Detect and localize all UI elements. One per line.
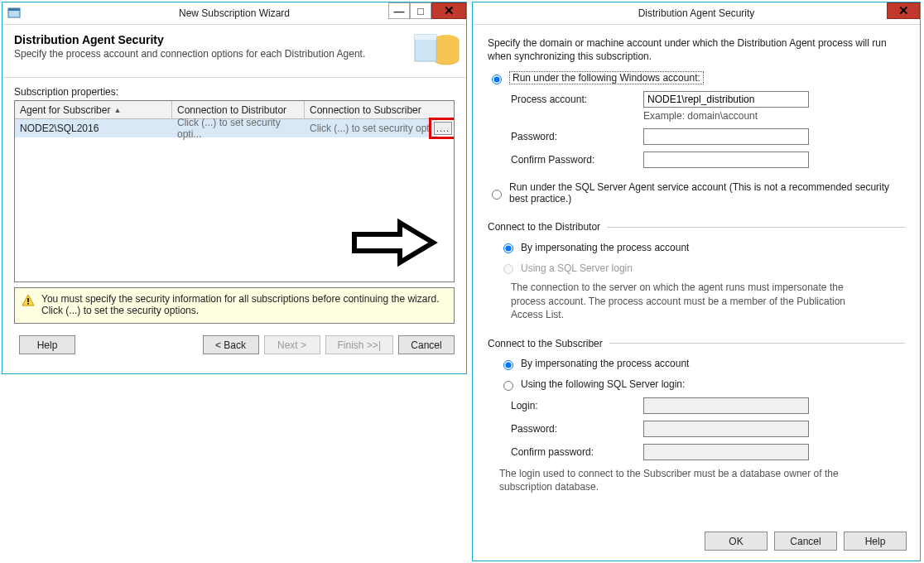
grid-row[interactable]: NODE2\SQL2016 Click (...) to set securit… <box>15 119 454 137</box>
dist-impersonate-label: By impersonating the process account <box>521 242 689 253</box>
svg-rect-6 <box>27 303 29 305</box>
sub-impersonate-radio[interactable] <box>503 360 513 370</box>
ok-button[interactable]: OK <box>705 532 768 551</box>
run-windows-radio[interactable] <box>492 75 502 84</box>
col-subscriber[interactable]: Connection to Subscriber <box>305 101 454 118</box>
cell-agent: NODE2\SQL2016 <box>15 120 172 137</box>
login-input <box>643 397 809 414</box>
run-sqlagent-radio[interactable] <box>492 190 502 200</box>
distributor-section-title: Connect to the Distributor <box>488 221 905 233</box>
wizard-header: Distribution Agent Security Specify the … <box>2 25 466 78</box>
new-subscription-wizard-window: New Subscription Wizard ― □ ✕ Distributi… <box>2 2 467 374</box>
ellipsis-button[interactable]: .... <box>434 122 452 135</box>
sub-sqllogin-radio[interactable] <box>503 381 513 391</box>
sort-asc-icon: ▲ <box>113 106 121 114</box>
header-subtitle: Specify the process account and connecti… <box>14 48 455 60</box>
col-agent[interactable]: Agent for Subscriber ▲ <box>15 101 172 118</box>
distribution-agent-security-dialog: Distribution Agent Security ✕ Specify th… <box>472 2 921 561</box>
database-icon <box>411 28 461 73</box>
dialog-footer: OK Cancel Help <box>705 532 907 551</box>
back-button[interactable]: < Back <box>203 335 259 354</box>
wizard-footer: Help < Back Next > Finish >>| Cancel <box>14 335 455 354</box>
close-button[interactable]: ✕ <box>887 2 920 19</box>
col-subscriber-text: Connection to Subscriber <box>310 104 421 116</box>
sub-sqllogin-label: Using the following SQL Server login: <box>521 378 685 390</box>
svg-rect-4 <box>415 35 436 40</box>
process-account-example: Example: domain\account <box>511 110 905 122</box>
password-input[interactable] <box>643 128 809 145</box>
arrow-annotation-icon <box>350 218 441 267</box>
warning-text: You must specify the security informatio… <box>41 293 447 318</box>
dist-impersonate-radio[interactable] <box>503 243 513 253</box>
confirm-password-input[interactable] <box>643 152 809 168</box>
sub-impersonate-label: By impersonating the process account <box>521 358 689 369</box>
next-button: Next > <box>264 335 320 354</box>
run-sqlagent-label: Run under the SQL Server Agent service a… <box>509 181 898 205</box>
dist-sqllogin-radio <box>503 264 513 274</box>
sub-password-input <box>643 421 809 437</box>
wizard-titlebar[interactable]: New Subscription Wizard ― □ ✕ <box>2 2 466 25</box>
sub-note: The login used to connect to the Subscri… <box>488 467 877 493</box>
confirm-password-label: Confirm Password: <box>511 154 643 166</box>
security-title: Distribution Agent Security <box>473 7 920 19</box>
warning-panel: You must specify the security informatio… <box>14 287 455 324</box>
password-label: Password: <box>511 131 643 142</box>
sub-password-label: Password: <box>511 423 643 435</box>
finish-button: Finish >>| <box>325 335 393 354</box>
warning-icon <box>22 294 35 307</box>
sub-confirm-password-input <box>643 444 809 460</box>
dist-sqllogin-label: Using a SQL Server login <box>521 262 633 274</box>
distributor-section-text: Connect to the Distributor <box>488 221 600 233</box>
subscriber-section-title: Connect to the Subscriber <box>488 338 905 349</box>
process-account-input[interactable] <box>643 91 809 108</box>
svg-rect-1 <box>8 8 20 11</box>
run-windows-label: Run under the following Windows account: <box>509 71 704 84</box>
login-label: Login: <box>511 400 643 411</box>
intro-text: Specify the domain or machine account un… <box>488 36 905 63</box>
security-titlebar[interactable]: Distribution Agent Security ✕ <box>473 2 920 25</box>
subscriber-section-text: Connect to the Subscriber <box>488 338 603 349</box>
sub-confirm-password-label: Confirm password: <box>511 446 643 458</box>
help-button[interactable]: Help <box>844 532 907 551</box>
cancel-button[interactable]: Cancel <box>398 335 455 354</box>
wizard-title-buttons: ― □ ✕ <box>388 2 466 19</box>
dist-note: The connection to the server on which th… <box>488 281 877 321</box>
cancel-button[interactable]: Cancel <box>774 532 837 551</box>
close-button[interactable]: ✕ <box>431 2 466 19</box>
svg-rect-5 <box>27 298 29 302</box>
subscription-properties-label: Subscription properties: <box>14 86 455 98</box>
ellipsis-highlight: .... <box>429 118 455 139</box>
minimize-button[interactable]: ― <box>388 2 410 19</box>
cell-distributor: Click (...) to set security opti... <box>172 114 305 142</box>
maximize-button[interactable]: □ <box>410 2 431 19</box>
col-agent-text: Agent for Subscriber <box>20 104 110 116</box>
header-title: Distribution Agent Security <box>14 33 455 46</box>
wizard-icon <box>7 7 21 20</box>
process-account-label: Process account: <box>511 94 643 105</box>
help-button[interactable]: Help <box>19 335 75 354</box>
